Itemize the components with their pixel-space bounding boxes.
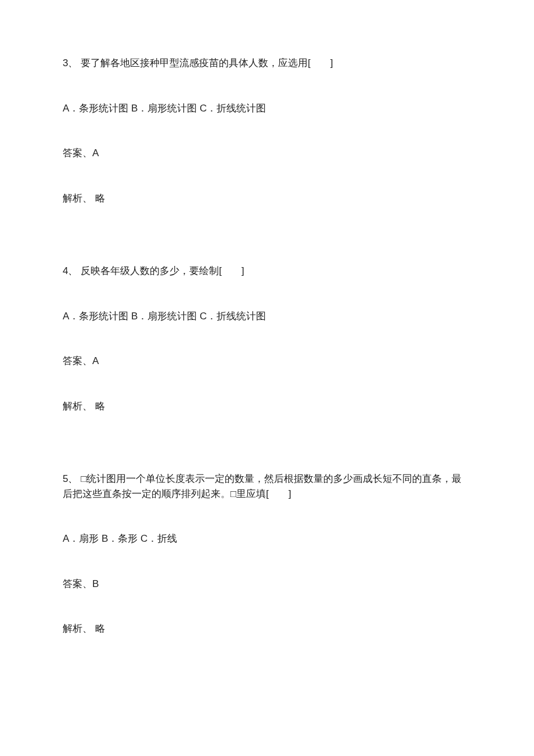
explain-value: 略 [92, 193, 105, 204]
question-3-answer: 答案、A [63, 146, 471, 161]
question-5-options: A．扇形 B．条形 C．折线 [63, 531, 471, 546]
question-4: 4、 反映各年级人数的多少，要绘制[ ] [63, 264, 471, 279]
question-stem: 反映各年级人数的多少，要绘制[ ] [78, 265, 244, 276]
explain-value: 略 [92, 401, 105, 412]
question-stem: 要了解各地区接种甲型流感疫苗的具体人数，应选用[ ] [78, 57, 333, 69]
question-5-answer: 答案、B [63, 577, 471, 592]
explain-label: 解析、 [63, 623, 92, 634]
explain-label: 解析、 [63, 401, 92, 412]
question-number: 3、 [63, 57, 78, 69]
document-page: 3、 要了解各地区接种甲型流感疫苗的具体人数，应选用[ ] A．条形统计图 B．… [0, 0, 534, 690]
question-number: 4、 [63, 265, 78, 276]
question-4-answer: 答案、A [63, 354, 471, 369]
question-4-options: A．条形统计图 B．扇形统计图 C．折线统计图 [63, 309, 471, 324]
question-5-explain: 解析、 略 [63, 621, 471, 636]
answer-value: B [92, 578, 99, 589]
question-number: 5、 [63, 473, 78, 484]
answer-label: 答案、 [63, 578, 92, 589]
answer-value: A [92, 355, 99, 366]
explain-label: 解析、 [63, 193, 92, 204]
question-5: 5、 □统计图用一个单位长度表示一定的数量，然后根据数量的多少画成长短不同的直条… [63, 471, 471, 501]
question-3-explain: 解析、 略 [63, 191, 471, 206]
answer-value: A [92, 147, 99, 159]
explain-value: 略 [92, 623, 105, 634]
question-3-options: A．条形统计图 B．扇形统计图 C．折线统计图 [63, 101, 471, 116]
answer-label: 答案、 [63, 147, 92, 159]
question-3: 3、 要了解各地区接种甲型流感疫苗的具体人数，应选用[ ] [63, 56, 471, 71]
question-stem: □统计图用一个单位长度表示一定的数量，然后根据数量的多少画成长短不同的直条，最后… [63, 473, 461, 499]
answer-label: 答案、 [63, 355, 92, 366]
question-4-explain: 解析、 略 [63, 399, 471, 414]
